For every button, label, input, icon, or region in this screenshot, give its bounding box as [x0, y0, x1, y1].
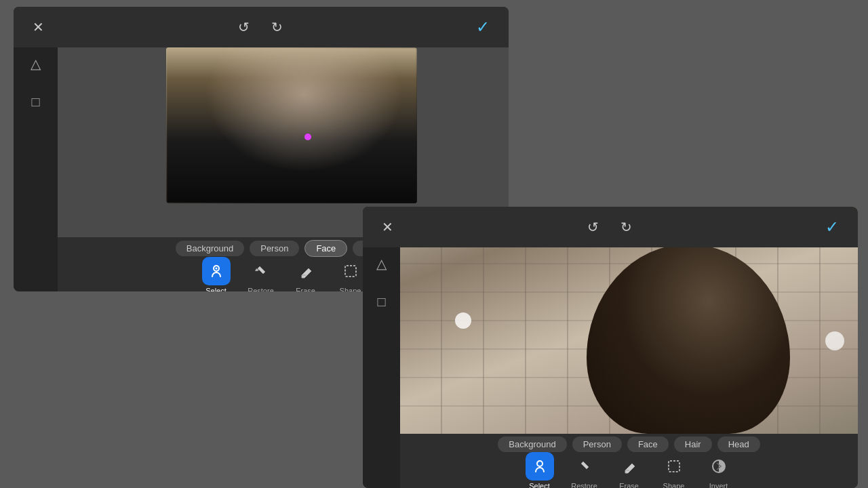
sidebar-2: ◁ △ □ — [363, 207, 400, 488]
svg-point-1 — [215, 268, 217, 270]
tool-shape-2[interactable]: Shape — [660, 452, 688, 488]
tag-background-1[interactable]: Background — [176, 241, 244, 256]
restore-icon-2 — [570, 452, 599, 481]
photo-1 — [166, 47, 417, 203]
topbar-2: ✕ ↺ ↻ ✓ — [363, 207, 858, 247]
tool-row-2: Select Restore Erase — [526, 452, 733, 488]
square-icon-1[interactable]: □ — [24, 89, 48, 114]
undo-button-2[interactable]: ↺ — [582, 216, 604, 238]
svg-rect-4 — [669, 461, 679, 472]
tag-row-1: Background Person Face Hair — [176, 240, 391, 257]
tag-face-1[interactable]: Face — [304, 240, 347, 257]
tool-erase-1[interactable]: Erase — [292, 257, 320, 291]
close-button-2[interactable]: ✕ — [376, 216, 399, 238]
tag-row-2: Background Person Face Hair Head — [498, 436, 760, 452]
tag-face-2[interactable]: Face — [627, 436, 669, 452]
shape-label-1: Shape — [340, 287, 361, 291]
svg-point-3 — [537, 461, 542, 466]
tool-row-1: Select Restore — [202, 257, 365, 291]
shape-icon-2 — [660, 452, 688, 481]
restore-icon-1 — [247, 257, 275, 285]
tool-restore-1[interactable]: Restore — [247, 257, 275, 291]
tag-hair-2[interactable]: Hair — [674, 436, 712, 452]
erase-label-2: Erase — [619, 482, 639, 488]
bottombar-2: Background Person Face Hair Head Select — [400, 434, 858, 488]
redo-button-1[interactable]: ↻ — [266, 16, 288, 38]
invert-icon-2 — [705, 452, 733, 481]
confirm-button-2[interactable]: ✓ — [820, 215, 844, 239]
select-label-2: Select — [529, 482, 550, 488]
select-icon-1 — [202, 257, 231, 285]
select-label-1: Select — [205, 287, 226, 291]
close-button-1[interactable]: ✕ — [27, 16, 50, 38]
tag-background-2[interactable]: Background — [498, 436, 566, 452]
redo-button-2[interactable]: ↻ — [615, 216, 637, 238]
home-icon-1[interactable]: △ — [24, 52, 48, 76]
tool-invert-2[interactable]: Invert — [705, 452, 733, 488]
restore-label-1: Restore — [248, 287, 274, 291]
erase-icon-2 — [615, 452, 644, 481]
svg-rect-2 — [345, 266, 356, 277]
window-2: ✕ ↺ ↻ ✓ ◁ △ □ Background Person Face Hai… — [363, 207, 858, 488]
square-icon-2[interactable]: □ — [370, 289, 394, 314]
tag-person-2[interactable]: Person — [572, 436, 622, 452]
shape-icon-1 — [336, 257, 365, 285]
tool-shape-1[interactable]: Shape — [336, 257, 365, 291]
tool-restore-2[interactable]: Restore — [570, 452, 599, 488]
home-icon-2[interactable]: △ — [370, 251, 394, 276]
erase-label-1: Erase — [296, 287, 315, 291]
handle-circle-1[interactable] — [455, 312, 471, 329]
undo-button-1[interactable]: ↺ — [233, 16, 255, 38]
handle-circle-2[interactable] — [825, 331, 844, 350]
blur-overlay-1 — [166, 47, 417, 203]
tag-head-2[interactable]: Head — [717, 436, 760, 452]
pink-dot — [304, 134, 311, 140]
select-icon-2 — [526, 452, 554, 481]
tool-erase-2[interactable]: Erase — [615, 452, 644, 488]
restore-label-2: Restore — [571, 482, 597, 488]
erase-icon-1 — [292, 257, 320, 285]
confirm-button-1[interactable]: ✓ — [471, 15, 495, 39]
shape-label-2: Shape — [663, 482, 685, 488]
invert-label-2: Invert — [709, 482, 728, 488]
tag-person-1[interactable]: Person — [250, 241, 299, 256]
sidebar-1: ◁ △ □ — [14, 7, 58, 291]
tool-select-1[interactable]: Select — [202, 257, 231, 291]
tool-select-2[interactable]: Select — [526, 452, 554, 488]
topbar-1: ✕ ↺ ↻ ✓ — [14, 7, 509, 47]
